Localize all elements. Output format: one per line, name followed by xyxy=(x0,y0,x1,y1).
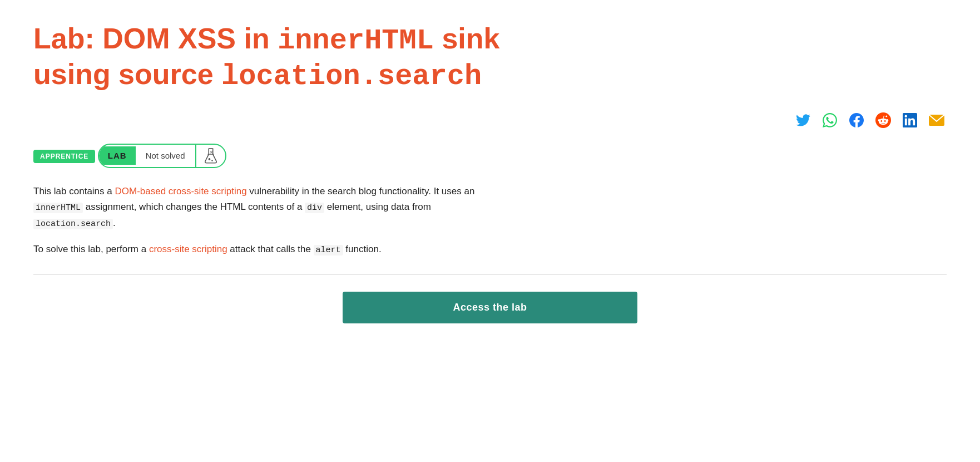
page-title: Lab: DOM XSS in innerHTML sink using sou… xyxy=(33,22,534,94)
description-para1: This lab contains a DOM-based cross-site… xyxy=(33,184,506,232)
innerhtml-code: innerHTML xyxy=(33,203,83,213)
desc-p1-pre: This lab contains a xyxy=(33,186,115,196)
dom-xss-link[interactable]: DOM-based cross-site scripting xyxy=(115,186,246,196)
desc-p4-mid: attack that calls the xyxy=(227,244,314,254)
whatsapp-icon[interactable] xyxy=(820,110,840,130)
title-part1: Lab: DOM XSS in xyxy=(33,22,278,55)
facebook-icon[interactable] xyxy=(847,110,867,130)
svg-point-4 xyxy=(211,160,212,161)
svg-text:✕: ✕ xyxy=(210,150,213,155)
div-code: div xyxy=(305,203,324,213)
alert-code: alert xyxy=(314,245,343,255)
desc-p3-post: . xyxy=(113,218,116,228)
location-search-code: location.search xyxy=(33,219,113,229)
reddit-icon[interactable] xyxy=(873,110,893,130)
desc-p2-mid: assignment, which changes the HTML conte… xyxy=(83,201,305,212)
linkedin-icon[interactable] xyxy=(900,110,920,130)
twitter-icon[interactable] xyxy=(793,110,813,130)
social-bar xyxy=(33,110,947,130)
difficulty-badge: APPRENTICE xyxy=(33,150,95,163)
flask-icon-container: ✕ xyxy=(195,145,225,167)
desc-p1-post: vulnerability in the search blog functio… xyxy=(247,186,475,196)
title-part2: innerHTML xyxy=(278,24,434,57)
desc-p2-post: element, using data from xyxy=(324,201,431,212)
desc-p4-post: function. xyxy=(343,244,382,254)
desc-p4-pre: To solve this lab, perform a xyxy=(33,244,149,254)
divider xyxy=(33,274,947,275)
xss-link[interactable]: cross-site scripting xyxy=(149,244,227,254)
lab-status-text: Not solved xyxy=(136,146,195,165)
access-lab-container: Access the lab xyxy=(33,292,947,323)
description: This lab contains a DOM-based cross-site… xyxy=(33,184,506,258)
lab-status-bar: LAB Not solved ✕ xyxy=(98,144,226,168)
email-icon[interactable] xyxy=(927,110,947,130)
flask-icon: ✕ xyxy=(203,148,219,164)
title-part4: location.search xyxy=(221,60,482,93)
svg-point-3 xyxy=(208,158,210,160)
lab-label: LAB xyxy=(99,146,136,165)
description-para2: To solve this lab, perform a cross-site … xyxy=(33,242,506,258)
access-lab-button[interactable]: Access the lab xyxy=(343,292,637,323)
